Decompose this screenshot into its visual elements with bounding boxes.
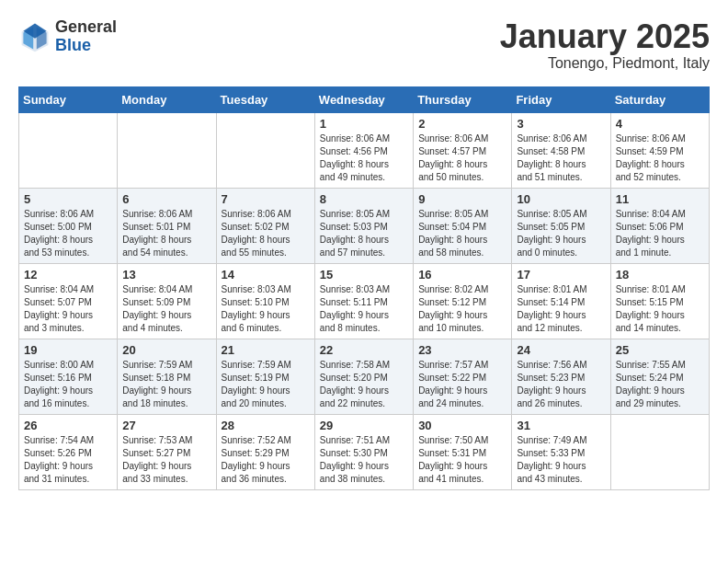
calendar-cell: 24Sunrise: 7:56 AM Sunset: 5:23 PM Dayli… [512,339,610,414]
day-info: Sunrise: 8:05 AM Sunset: 5:04 PM Dayligh… [418,208,506,259]
day-number: 28 [222,419,310,432]
calendar-cell: 25Sunrise: 7:55 AM Sunset: 5:24 PM Dayli… [610,339,709,414]
calendar-cell: 23Sunrise: 7:57 AM Sunset: 5:22 PM Dayli… [414,339,512,414]
calendar-cell [216,112,314,188]
calendar-cell: 7Sunrise: 8:06 AM Sunset: 5:02 PM Daylig… [216,188,314,263]
calendar-cell: 17Sunrise: 8:01 AM Sunset: 5:14 PM Dayli… [512,263,610,339]
col-sunday: Sunday [19,86,118,112]
col-friday: Friday [512,86,610,112]
day-info: Sunrise: 8:06 AM Sunset: 4:56 PM Dayligh… [320,132,408,184]
calendar-cell: 30Sunrise: 7:50 AM Sunset: 5:31 PM Dayli… [414,414,512,489]
col-saturday: Saturday [610,86,709,112]
calendar-cell: 10Sunrise: 8:05 AM Sunset: 5:05 PM Dayli… [512,188,610,263]
day-number: 12 [24,268,112,282]
col-thursday: Thursday [414,86,512,112]
logo-blue: Blue [55,37,117,55]
day-info: Sunrise: 8:06 AM Sunset: 4:57 PM Dayligh… [418,132,506,184]
day-info: Sunrise: 7:59 AM Sunset: 5:18 PM Dayligh… [122,359,210,410]
day-info: Sunrise: 7:50 AM Sunset: 5:31 PM Dayligh… [418,434,506,486]
day-number: 9 [418,192,506,206]
day-number: 15 [320,268,408,282]
day-info: Sunrise: 8:06 AM Sunset: 5:00 PM Dayligh… [24,208,112,259]
day-number: 7 [222,192,310,206]
day-info: Sunrise: 8:05 AM Sunset: 5:05 PM Dayligh… [517,208,605,259]
day-info: Sunrise: 7:49 AM Sunset: 5:33 PM Dayligh… [517,434,605,486]
calendar-week-1: 1Sunrise: 8:06 AM Sunset: 4:56 PM Daylig… [19,112,710,188]
day-info: Sunrise: 8:06 AM Sunset: 5:02 PM Dayligh… [222,208,310,259]
day-number: 20 [122,343,210,357]
day-info: Sunrise: 7:57 AM Sunset: 5:22 PM Dayligh… [418,359,506,410]
logo-general: General [55,18,117,37]
day-info: Sunrise: 8:06 AM Sunset: 4:58 PM Dayligh… [517,132,605,184]
day-info: Sunrise: 8:05 AM Sunset: 5:03 PM Dayligh… [320,208,408,259]
calendar-cell [19,112,118,188]
calendar-cell: 28Sunrise: 7:52 AM Sunset: 5:29 PM Dayli… [216,414,314,489]
calendar-cell: 22Sunrise: 7:58 AM Sunset: 5:20 PM Dayli… [314,339,413,414]
day-number: 8 [320,192,408,206]
calendar-week-2: 5Sunrise: 8:06 AM Sunset: 5:00 PM Daylig… [19,188,710,263]
day-number: 27 [122,419,210,432]
day-number: 2 [418,117,506,131]
day-number: 16 [418,268,506,282]
day-info: Sunrise: 8:00 AM Sunset: 5:16 PM Dayligh… [24,359,112,410]
calendar-title: January 2025 [500,18,710,55]
day-info: Sunrise: 8:01 AM Sunset: 5:15 PM Dayligh… [616,283,704,335]
calendar-cell: 9Sunrise: 8:05 AM Sunset: 5:04 PM Daylig… [414,188,512,263]
day-number: 1 [320,117,408,131]
day-info: Sunrise: 7:54 AM Sunset: 5:26 PM Dayligh… [24,434,112,486]
calendar-cell: 31Sunrise: 7:49 AM Sunset: 5:33 PM Dayli… [512,414,610,489]
calendar-cell: 2Sunrise: 8:06 AM Sunset: 4:57 PM Daylig… [414,112,512,188]
calendar-cell: 6Sunrise: 8:06 AM Sunset: 5:01 PM Daylig… [118,188,216,263]
day-info: Sunrise: 7:58 AM Sunset: 5:20 PM Dayligh… [320,359,408,410]
calendar-cell: 20Sunrise: 7:59 AM Sunset: 5:18 PM Dayli… [118,339,216,414]
calendar-cell: 4Sunrise: 8:06 AM Sunset: 4:59 PM Daylig… [610,112,709,188]
day-number: 21 [222,343,310,357]
calendar-cell: 5Sunrise: 8:06 AM Sunset: 5:00 PM Daylig… [19,188,118,263]
calendar-cell: 15Sunrise: 8:03 AM Sunset: 5:11 PM Dayli… [314,263,413,339]
day-number: 5 [24,192,112,206]
col-monday: Monday [118,86,216,112]
calendar-cell: 3Sunrise: 8:06 AM Sunset: 4:58 PM Daylig… [512,112,610,188]
day-info: Sunrise: 8:06 AM Sunset: 4:59 PM Dayligh… [616,132,704,184]
col-wednesday: Wednesday [314,86,413,112]
calendar-week-5: 26Sunrise: 7:54 AM Sunset: 5:26 PM Dayli… [19,414,710,489]
calendar-cell: 13Sunrise: 8:04 AM Sunset: 5:09 PM Dayli… [118,263,216,339]
calendar-subtitle: Tonengo, Piedmont, Italy [500,55,710,72]
day-number: 24 [517,343,605,357]
day-number: 22 [320,343,408,357]
day-number: 4 [616,117,704,131]
day-number: 14 [222,268,310,282]
calendar-cell: 11Sunrise: 8:04 AM Sunset: 5:06 PM Dayli… [610,188,709,263]
day-number: 26 [24,419,112,432]
page-header: General Blue January 2025 Tonengo, Piedm… [18,18,710,72]
logo-text: General Blue [55,18,117,55]
day-info: Sunrise: 7:56 AM Sunset: 5:23 PM Dayligh… [517,359,605,410]
calendar-cell: 19Sunrise: 8:00 AM Sunset: 5:16 PM Dayli… [19,339,118,414]
day-number: 25 [616,343,704,357]
calendar-cell [610,414,709,489]
day-info: Sunrise: 7:51 AM Sunset: 5:30 PM Dayligh… [320,434,408,486]
day-number: 29 [320,419,408,432]
day-number: 3 [517,117,605,131]
calendar-week-4: 19Sunrise: 8:00 AM Sunset: 5:16 PM Dayli… [19,339,710,414]
day-info: Sunrise: 8:06 AM Sunset: 5:01 PM Dayligh… [122,208,210,259]
col-tuesday: Tuesday [216,86,314,112]
calendar-cell: 18Sunrise: 8:01 AM Sunset: 5:15 PM Dayli… [610,263,709,339]
day-number: 30 [418,419,506,432]
day-info: Sunrise: 7:55 AM Sunset: 5:24 PM Dayligh… [616,359,704,410]
calendar-cell: 16Sunrise: 8:02 AM Sunset: 5:12 PM Dayli… [414,263,512,339]
logo: General Blue [18,18,117,55]
day-info: Sunrise: 8:04 AM Sunset: 5:06 PM Dayligh… [616,208,704,259]
title-block: January 2025 Tonengo, Piedmont, Italy [500,18,710,72]
day-info: Sunrise: 8:04 AM Sunset: 5:09 PM Dayligh… [122,283,210,335]
calendar-table: Sunday Monday Tuesday Wednesday Thursday… [18,86,710,490]
day-number: 17 [517,268,605,282]
day-info: Sunrise: 7:52 AM Sunset: 5:29 PM Dayligh… [222,434,310,486]
day-info: Sunrise: 8:03 AM Sunset: 5:10 PM Dayligh… [222,283,310,335]
day-number: 13 [122,268,210,282]
day-number: 31 [517,419,605,432]
day-number: 18 [616,268,704,282]
calendar-cell: 1Sunrise: 8:06 AM Sunset: 4:56 PM Daylig… [314,112,413,188]
calendar-cell: 29Sunrise: 7:51 AM Sunset: 5:30 PM Dayli… [314,414,413,489]
calendar-cell: 26Sunrise: 7:54 AM Sunset: 5:26 PM Dayli… [19,414,118,489]
